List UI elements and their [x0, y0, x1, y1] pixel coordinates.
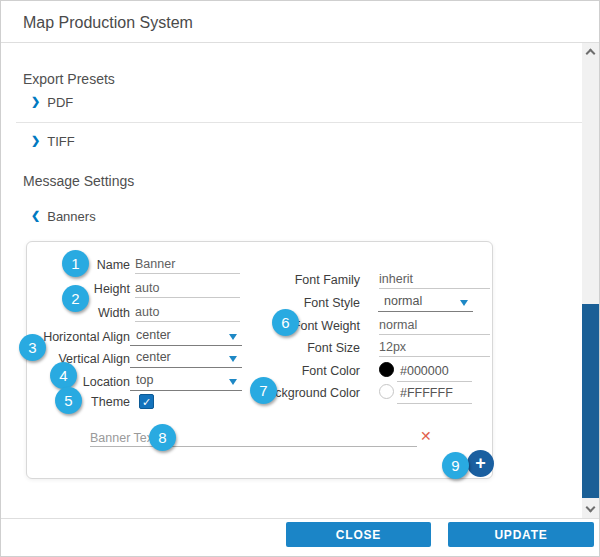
banners-back-link[interactable]: ❮Banners — [31, 207, 96, 225]
step-badge-8: 8 — [149, 424, 176, 451]
font-style-label: Font Style — [230, 296, 360, 310]
font-weight-row: Font Weight — [27, 317, 492, 335]
update-button[interactable]: UPDATE — [448, 522, 594, 547]
step-badge-2: 2 — [62, 285, 89, 312]
background-color-swatch[interactable] — [379, 384, 394, 399]
preset-item-pdf[interactable]: ❯PDF — [31, 93, 73, 111]
vertical-scrollbar[interactable] — [582, 43, 599, 518]
scroll-down-icon[interactable] — [586, 503, 596, 513]
background-color-value: #FFFFFF — [400, 386, 453, 400]
preset-item-tiff[interactable]: ❯TIFF — [31, 132, 75, 150]
message-settings-heading: Message Settings — [23, 173, 134, 189]
background-color-underline — [397, 403, 472, 404]
caret-down-icon — [460, 300, 468, 306]
scroll-up-icon[interactable] — [586, 49, 596, 59]
font-size-row: Font Size — [27, 339, 492, 357]
preset-label: TIFF — [47, 134, 74, 149]
step-badge-3: 3 — [19, 334, 46, 361]
font-color-underline — [397, 381, 472, 382]
title-divider — [1, 42, 599, 43]
font-style-value: normal — [384, 294, 422, 308]
banner-text-input[interactable] — [90, 429, 417, 447]
add-banner-button[interactable]: + — [467, 450, 494, 477]
preset-label: PDF — [47, 95, 73, 110]
font-size-input[interactable] — [379, 339, 490, 357]
step-badge-4: 4 — [50, 362, 77, 389]
font-weight-input[interactable] — [379, 317, 490, 335]
export-presets-heading: Export Presets — [23, 71, 115, 87]
step-badge-6: 6 — [272, 309, 299, 336]
font-family-input[interactable] — [379, 271, 490, 289]
banner-settings-panel: Name Height Width Horizontal Align cente… — [26, 241, 493, 479]
page-title: Map Production System — [23, 14, 193, 32]
font-color-value: #000000 — [400, 364, 449, 378]
font-style-select[interactable]: normal — [378, 294, 473, 312]
font-family-row: Font Family — [27, 271, 492, 289]
font-color-swatch[interactable] — [379, 362, 394, 377]
back-label: Banners — [47, 209, 95, 224]
footer-divider — [1, 518, 599, 519]
font-style-row: Font Style normal — [27, 294, 492, 312]
scrollbar-thumb[interactable] — [582, 304, 599, 498]
step-badge-5: 5 — [55, 387, 82, 414]
delete-banner-icon[interactable]: ✕ — [420, 428, 432, 444]
font-family-label: Font Family — [230, 273, 360, 287]
step-badge-7: 7 — [250, 377, 277, 404]
map-production-system-dialog: Map Production System Export Presets ❯PD… — [0, 0, 600, 557]
preset-divider — [16, 122, 587, 123]
chevron-left-icon: ❮ — [31, 209, 40, 222]
close-button[interactable]: CLOSE — [286, 522, 431, 547]
step-badge-1: 1 — [62, 250, 89, 277]
chevron-right-icon: ❯ — [31, 95, 40, 108]
step-badge-9: 9 — [442, 452, 469, 479]
font-size-label: Font Size — [230, 341, 360, 355]
font-color-label: Font Color — [230, 364, 360, 378]
chevron-right-icon: ❯ — [31, 134, 40, 147]
